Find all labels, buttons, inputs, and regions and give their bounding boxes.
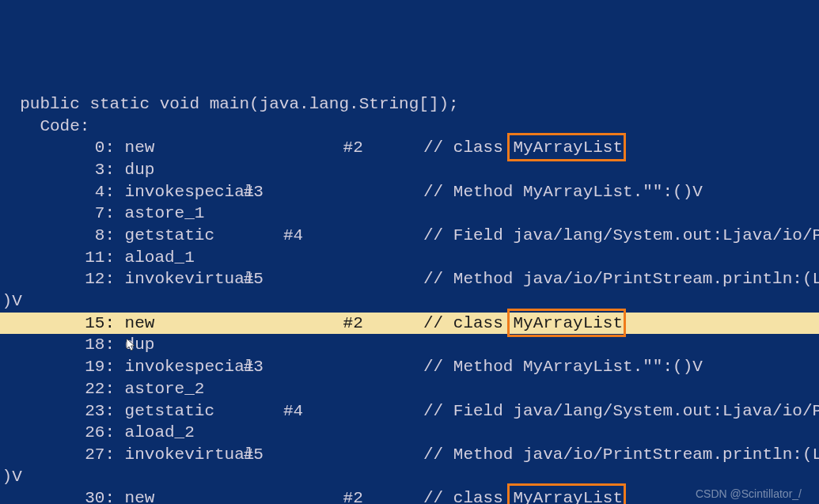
opcode: getstatic <box>115 225 233 247</box>
opcode: invokevirtual <box>115 268 233 290</box>
code-line: ;)V <box>0 290 819 313</box>
opcode: getstatic <box>115 400 233 423</box>
bytecode-offset: 26: <box>0 422 115 444</box>
pool-ref: #2 <box>233 487 423 504</box>
watermark: CSDN @Scintillator_/ <box>696 487 802 501</box>
bytecode-offset: 15: <box>0 313 115 335</box>
comment: // class <box>423 489 513 504</box>
highlight-box <box>507 309 626 337</box>
code-line: 0: new #2// class MyArrayList <box>0 137 819 159</box>
code-line: 3: dup <box>0 159 819 181</box>
bytecode-listing: public static void main(java.lang.String… <box>0 93 819 504</box>
pool-ref: #5 <box>233 444 423 466</box>
pool-ref: #2 <box>233 313 423 335</box>
bytecode-offset: 3: <box>0 159 115 181</box>
bytecode-offset: 0: <box>0 137 115 159</box>
highlight-box <box>507 133 626 161</box>
opcode: new <box>115 313 233 335</box>
method-signature: public static void main(java.lang.String… <box>0 95 459 113</box>
comment: // Field java/lang/System.out:Ljava/io/P… <box>423 402 819 420</box>
pool-ref: #3 <box>233 181 423 203</box>
comment: // class <box>423 138 513 157</box>
margin-marker: ;)V <box>0 466 22 488</box>
bytecode-offset: 8: <box>0 225 115 247</box>
opcode: new <box>115 487 233 504</box>
bytecode-offset: 12: <box>0 268 115 290</box>
bytecode-offset: 11: <box>0 247 115 269</box>
bytecode-offset: 19: <box>0 356 115 378</box>
code-line: ;)V <box>0 466 819 488</box>
pool-ref: #4 <box>233 400 423 423</box>
opcode: invokespecial <box>115 356 233 378</box>
opcode: aload_2 <box>115 422 233 444</box>
bytecode-offset: 7: <box>0 203 115 225</box>
bytecode-offset: 23: <box>0 400 115 423</box>
code-line: 4: invokespecial #3// Method MyArrayList… <box>0 181 819 203</box>
comment: // Method MyArrayList."":()V <box>423 183 703 201</box>
code-line: 22: astore_2 <box>0 378 819 400</box>
opcode: dup <box>115 159 233 181</box>
opcode: astore_1 <box>115 203 233 225</box>
code-line: 8: getstatic #4// Field java/lang/System… <box>0 225 819 247</box>
code-line: 19: invokespecial #3// Method MyArrayLis… <box>0 356 819 378</box>
pool-ref: #5 <box>233 268 423 290</box>
pool-ref: #3 <box>233 356 423 378</box>
comment: // Method MyArrayList."":()V <box>423 358 703 376</box>
comment: // Method java/io/PrintStream.println:(L… <box>423 270 819 288</box>
comment: // Method java/io/PrintStream.println:(L… <box>423 445 819 464</box>
opcode: dup <box>115 334 233 356</box>
pool-ref: #4 <box>233 225 423 247</box>
bytecode-offset: 30: <box>0 487 115 504</box>
comment: // Field java/lang/System.out:Ljava/io/P… <box>423 226 819 244</box>
opcode: new <box>115 137 233 159</box>
code-line: 7: astore_1 <box>0 203 819 225</box>
opcode: invokespecial <box>115 181 233 203</box>
opcode: invokevirtual <box>115 444 233 466</box>
class-name: MyArrayList <box>513 138 623 157</box>
comment: // class <box>423 314 513 332</box>
pool-ref: #2 <box>233 137 423 159</box>
bytecode-offset: 18: <box>0 334 115 356</box>
code-line: 15: new #2// class MyArrayList <box>0 313 819 335</box>
bytecode-offset: 22: <box>0 378 115 400</box>
class-name: MyArrayList <box>513 314 623 332</box>
opcode: aload_1 <box>115 247 233 269</box>
margin-marker: ;)V <box>0 290 22 313</box>
bytecode-offset: 27: <box>0 444 115 466</box>
code-line: Code: <box>0 116 819 138</box>
code-line: 12: invokevirtual #5// Method java/io/Pr… <box>0 268 819 290</box>
bytecode-offset: 4: <box>0 181 115 203</box>
code-line: 11: aload_1 <box>0 247 819 269</box>
code-line: public static void main(java.lang.String… <box>0 93 819 116</box>
opcode: astore_2 <box>115 378 233 400</box>
code-line: 27: invokevirtual #5// Method java/io/Pr… <box>0 444 819 466</box>
class-name: MyArrayList <box>513 489 623 504</box>
code-label: Code: <box>0 117 89 135</box>
code-line: 23: getstatic #4// Field java/lang/Syste… <box>0 400 819 423</box>
code-line: 18: dup <box>0 334 819 356</box>
code-line: 26: aload_2 <box>0 422 819 444</box>
